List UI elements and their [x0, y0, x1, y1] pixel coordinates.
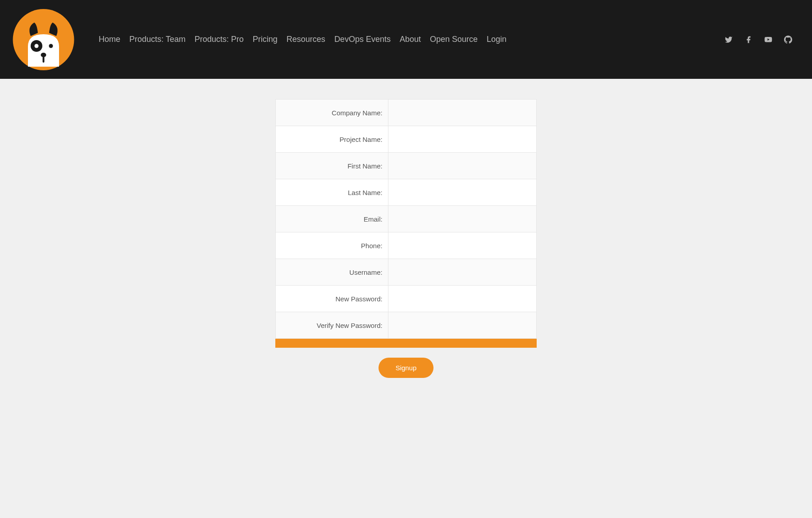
signup-button[interactable]: Signup	[379, 358, 434, 378]
nav-about[interactable]: About	[400, 35, 421, 44]
verify-password-label: Verify New Password:	[276, 312, 388, 339]
accent-divider	[275, 339, 537, 348]
table-row: Last Name:	[276, 179, 537, 206]
table-row: First Name:	[276, 153, 537, 179]
table-row: Username:	[276, 259, 537, 286]
table-row: Email:	[276, 206, 537, 232]
nav-resources[interactable]: Resources	[287, 35, 325, 44]
header: Home Products: Team Products: Pro Pricin…	[0, 0, 812, 79]
username-input[interactable]	[394, 268, 531, 276]
project-name-input[interactable]	[394, 135, 531, 143]
table-row: Company Name:	[276, 100, 537, 126]
github-icon[interactable]	[784, 36, 792, 44]
nav-login[interactable]: Login	[487, 35, 506, 44]
nav-devops-events[interactable]: DevOps Events	[334, 35, 391, 44]
last-name-label: Last Name:	[276, 179, 388, 206]
email-label: Email:	[276, 206, 388, 232]
phone-label: Phone:	[276, 232, 388, 259]
username-label: Username:	[276, 259, 388, 286]
verify-password-input[interactable]	[394, 321, 531, 329]
company-name-label: Company Name:	[276, 100, 388, 126]
table-row: Verify New Password:	[276, 312, 537, 339]
email-input[interactable]	[394, 215, 531, 223]
twitter-icon[interactable]	[725, 36, 733, 44]
nav-pricing[interactable]: Pricing	[253, 35, 278, 44]
table-row: Phone:	[276, 232, 537, 259]
main-content: Company Name: Project Name: First Name: …	[0, 79, 812, 378]
first-name-input[interactable]	[394, 162, 531, 169]
nav-home[interactable]: Home	[99, 35, 120, 44]
nav-open-source[interactable]: Open Source	[430, 35, 478, 44]
youtube-icon[interactable]	[764, 36, 772, 44]
phone-input[interactable]	[394, 241, 531, 249]
new-password-input[interactable]	[394, 295, 531, 302]
table-row: Project Name:	[276, 126, 537, 153]
new-password-label: New Password:	[276, 286, 388, 312]
nav-products-pro[interactable]: Products: Pro	[195, 35, 244, 44]
facebook-icon[interactable]	[744, 36, 753, 44]
project-name-label: Project Name:	[276, 126, 388, 153]
svg-point-3	[49, 44, 53, 48]
logo[interactable]	[11, 8, 76, 71]
svg-point-2	[35, 44, 39, 48]
first-name-label: First Name:	[276, 153, 388, 179]
svg-rect-5	[43, 56, 45, 63]
main-nav: Home Products: Team Products: Pro Pricin…	[99, 35, 506, 44]
social-icons	[725, 36, 792, 44]
signup-form-table: Company Name: Project Name: First Name: …	[275, 99, 537, 339]
last-name-input[interactable]	[394, 188, 531, 196]
table-row: New Password:	[276, 286, 537, 312]
nav-products-team[interactable]: Products: Team	[129, 35, 186, 44]
company-name-input[interactable]	[394, 109, 531, 116]
dog-logo-icon	[11, 8, 76, 71]
